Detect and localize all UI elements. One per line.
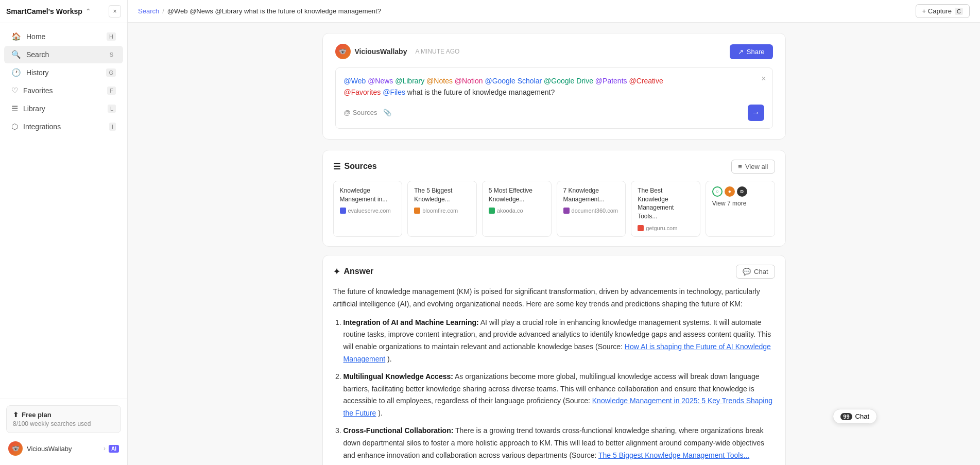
extra-icon-3: D: [737, 186, 747, 197]
workspace-chevron-icon: ⌃: [85, 8, 91, 15]
sidebar-item-integrations[interactable]: ⬡ Integrations I: [4, 118, 123, 135]
answer-title-label: Answer: [344, 267, 374, 276]
sidebar-nav: 🏠 Home H 🔍 Search S 🕐 History G ♡ Favori…: [0, 23, 127, 399]
sidebar-item-label-history: History: [26, 68, 49, 77]
answer-item-1: Integration of AI and Machine Learning: …: [343, 317, 775, 366]
sources-button[interactable]: @ Sources: [344, 109, 377, 116]
tag-creative[interactable]: @Creative: [629, 77, 663, 85]
tag-favorites[interactable]: @Favorites: [344, 88, 381, 96]
view-more-link[interactable]: View 7 more: [712, 200, 746, 207]
integrations-icon: ⬡: [11, 122, 18, 131]
breadcrumb-search-link[interactable]: Search: [138, 7, 159, 15]
capture-button[interactable]: + Capture C: [916, 4, 970, 18]
sidebar-item-home[interactable]: 🏠 Home H: [4, 28, 123, 45]
user-row[interactable]: 🐨 ViciousWallaby › AI: [6, 438, 121, 459]
tag-patents[interactable]: @Patents: [595, 77, 627, 85]
tag-notes[interactable]: @Notes: [426, 77, 453, 85]
free-plan-title: ⬆ Free plan: [13, 411, 114, 419]
tag-library[interactable]: @Library: [395, 77, 424, 85]
sidebar-item-label-integrations: Integrations: [23, 123, 61, 131]
tag-notion[interactable]: @Notion: [455, 77, 483, 85]
source-title-1: Knowledge Management in...: [340, 186, 396, 204]
sidebar-close-button[interactable]: ×: [109, 5, 121, 18]
tag-news[interactable]: @News: [368, 77, 393, 85]
favorites-icon: ♡: [11, 86, 18, 95]
library-icon: ☰: [11, 104, 18, 113]
answer-header: ✦ Answer 💬 Chat: [333, 265, 775, 279]
source-domain-1: evalueserve.com: [340, 208, 396, 214]
chat-button[interactable]: 💬 Chat: [736, 265, 775, 279]
view-all-label: View all: [745, 163, 768, 170]
sidebar-item-library[interactable]: ☰ Library L: [4, 100, 123, 117]
query-body: @Web @News @Library @Notes @Notion @Goog…: [335, 67, 773, 129]
source-extra-card[interactable]: ○ ● D View 7 more: [706, 181, 775, 237]
plan-icon: ⬆: [13, 411, 19, 419]
source-card-5[interactable]: The Best Knowledge Management Tools... g…: [631, 181, 700, 237]
source-favicon-2: [414, 208, 420, 214]
query-tags: @Web @News @Library @Notes @Notion @Goog…: [344, 75, 764, 98]
chat-badge-overlay[interactable]: 99 Chat: [833, 409, 877, 424]
send-button[interactable]: →: [748, 105, 764, 121]
source-title-5: The Best Knowledge Management Tools...: [638, 186, 694, 221]
ai-badge: AI: [109, 445, 119, 453]
query-username: ViciousWallaby: [355, 47, 407, 56]
workspace-name[interactable]: SmartCamel's Worksp ⌃: [6, 7, 91, 15]
history-icon: 🕐: [11, 68, 21, 77]
sidebar: SmartCamel's Worksp ⌃ × 🏠 Home H 🔍 Searc…: [0, 0, 128, 465]
query-card: 🐨 ViciousWallaby A MINUTE AGO ↗ Share @W…: [322, 33, 786, 140]
sidebar-item-label-library: Library: [23, 105, 45, 113]
tag-web[interactable]: @Web: [344, 77, 366, 85]
view-all-button[interactable]: ≡ View all: [731, 160, 775, 174]
source-card-2[interactable]: The 5 Biggest Knowledge... bloomfire.com: [407, 181, 477, 237]
source-domain-5: getguru.com: [638, 225, 694, 231]
sidebar-item-favorites[interactable]: ♡ Favorites F: [4, 82, 123, 99]
source-favicon-1: [340, 208, 346, 214]
sidebar-item-key-home: H: [107, 32, 116, 41]
tag-google-scholar[interactable]: @Google Scholar: [485, 77, 542, 85]
source-card-3[interactable]: 5 Most Effective Knowledge... akooda.co: [482, 181, 552, 237]
content-area: 🐨 ViciousWallaby A MINUTE AGO ↗ Share @W…: [128, 23, 980, 465]
avatar: 🐨: [8, 441, 23, 456]
sources-grid: Knowledge Management in... evalueserve.c…: [333, 181, 775, 237]
share-label: Share: [747, 48, 765, 56]
sidebar-item-key-search: S: [107, 50, 116, 59]
share-button[interactable]: ↗ Share: [730, 44, 773, 59]
content-inner: 🐨 ViciousWallaby A MINUTE AGO ↗ Share @W…: [322, 33, 786, 455]
attach-button[interactable]: 📎: [383, 109, 391, 116]
topbar: Search / @Web @News @Library what is the…: [128, 0, 980, 23]
capture-label: + Capture: [922, 7, 952, 15]
query-time: A MINUTE AGO: [415, 48, 459, 55]
breadcrumb-query: @Web @News @Library what is the future o…: [167, 7, 381, 15]
breadcrumb-separator: /: [162, 7, 164, 15]
answer-item-3: Cross-Functional Collaboration: There is…: [343, 425, 775, 461]
query-header: 🐨 ViciousWallaby A MINUTE AGO ↗ Share: [335, 44, 773, 59]
answer-section: ✦ Answer 💬 Chat The future of knowledge …: [322, 255, 786, 465]
capture-key: C: [955, 8, 963, 15]
source-domain-2: bloomfire.com: [414, 208, 470, 214]
sidebar-item-search[interactable]: 🔍 Search S: [4, 46, 123, 63]
source-card-1[interactable]: Knowledge Management in... evalueserve.c…: [333, 181, 403, 237]
query-footer-left: @ Sources 📎: [344, 109, 392, 116]
sidebar-item-key-integrations: I: [109, 123, 116, 131]
sidebar-item-history[interactable]: 🕐 History G: [4, 64, 123, 81]
sidebar-item-key-favorites: F: [107, 87, 116, 95]
query-avatar: 🐨: [335, 44, 351, 59]
source-title-4: 7 Knowledge Management...: [563, 186, 620, 204]
free-plan-box: ⬆ Free plan 8/100 weekly searches used: [6, 405, 121, 433]
extra-icon-1: ○: [712, 186, 723, 197]
answer-item-1-suffix: ).: [387, 355, 392, 363]
user-chevron-icon[interactable]: ›: [104, 445, 106, 452]
answer-link-3[interactable]: The 5 Biggest Knowledge Management Tools…: [598, 451, 749, 459]
tag-files[interactable]: @Files: [383, 88, 405, 96]
query-close-button[interactable]: ×: [761, 74, 766, 83]
source-card-4[interactable]: 7 Knowledge Management... document360.co…: [557, 181, 626, 237]
chat-label: Chat: [754, 268, 768, 275]
share-icon: ↗: [738, 48, 744, 56]
tag-google-drive[interactable]: @Google Drive: [544, 77, 593, 85]
sources-section-header: ☰ Sources ≡ View all: [333, 160, 775, 174]
sidebar-header: SmartCamel's Worksp ⌃ ×: [0, 0, 127, 23]
plan-title-label: Free plan: [22, 411, 51, 419]
sources-icon: @: [344, 109, 351, 116]
view-all-icon: ≡: [738, 163, 742, 170]
sources-label: Sources: [353, 109, 377, 116]
